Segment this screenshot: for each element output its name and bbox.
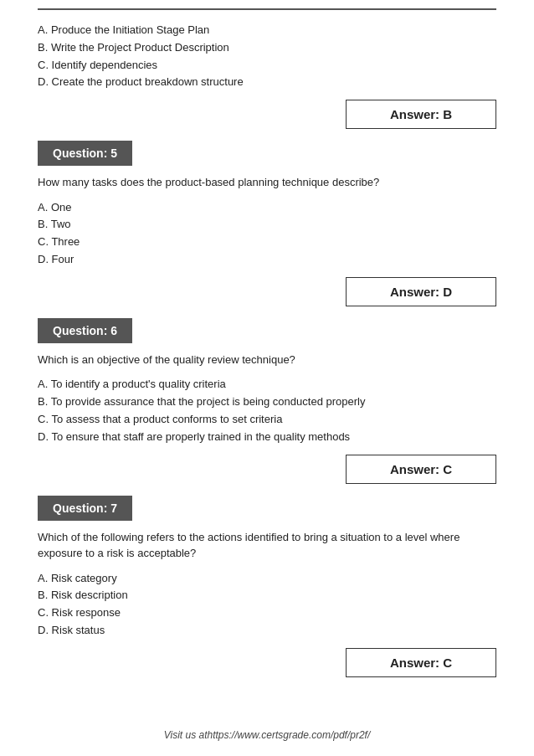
- top-border: [38, 8, 496, 10]
- footer: Visit us athttps://www.certsgrade.com/pd…: [0, 729, 534, 741]
- option-2-a: A. To identify a product's quality crite…: [38, 376, 496, 393]
- option-1-b: B. Two: [38, 216, 496, 234]
- question-header-2: Question: 6: [38, 318, 132, 343]
- options-block-2: A. To identify a product's quality crite…: [38, 376, 496, 445]
- options-block-1: A. One B. Two C. Three D. Four: [38, 199, 496, 269]
- answer-box-2: Answer: C: [38, 455, 496, 484]
- section-1: Question: 5 How many tasks does the prod…: [38, 141, 496, 306]
- option-1-a: A. One: [38, 199, 496, 217]
- option-0-d: D. Create the product breakdown structur…: [38, 74, 496, 91]
- section-2: Question: 6 Which is an objective of the…: [38, 318, 496, 484]
- option-3-c: C. Risk response: [38, 604, 496, 622]
- section-3: Question: 7 Which of the following refer…: [38, 496, 496, 677]
- options-block-3: A. Risk category B. Risk description C. …: [38, 570, 496, 640]
- answer-text-3: Answer: C: [346, 648, 496, 677]
- footer-text: Visit us athttps://www.certsgrade.com/pd…: [164, 729, 371, 741]
- answer-text-0: Answer: B: [346, 100, 496, 129]
- option-3-d: D. Risk status: [38, 622, 496, 640]
- question-text-2: Which is an objective of the quality rev…: [38, 352, 496, 368]
- option-2-c: C. To assess that a product conforms to …: [38, 411, 496, 429]
- option-0-a: A. Produce the Initiation Stage Plan: [38, 22, 496, 39]
- option-0-c: C. Identify dependencies: [38, 57, 496, 75]
- answer-text-2: Answer: C: [346, 455, 496, 484]
- option-0-b: B. Write the Project Product Description: [38, 39, 496, 57]
- option-3-b: B. Risk description: [38, 587, 496, 604]
- question-text-3: Which of the following refers to the act…: [38, 529, 496, 562]
- answer-box-1: Answer: D: [38, 277, 496, 306]
- option-2-d: D. To ensure that staff are properly tra…: [38, 429, 496, 446]
- answer-text-1: Answer: D: [346, 277, 496, 306]
- page: A. Produce the Initiation Stage Plan B. …: [0, 0, 534, 756]
- answer-box-3: Answer: C: [38, 648, 496, 677]
- section-0: A. Produce the Initiation Stage Plan B. …: [38, 22, 496, 129]
- option-3-a: A. Risk category: [38, 570, 496, 588]
- options-block-0: A. Produce the Initiation Stage Plan B. …: [38, 22, 496, 91]
- question-header-3: Question: 7: [38, 496, 132, 521]
- option-1-c: C. Three: [38, 234, 496, 251]
- question-header-1: Question: 5: [38, 141, 132, 166]
- answer-box-0: Answer: B: [38, 100, 496, 129]
- option-1-d: D. Four: [38, 251, 496, 269]
- question-text-1: How many tasks does the product-based pl…: [38, 174, 496, 191]
- option-2-b: B. To provide assurance that the project…: [38, 393, 496, 411]
